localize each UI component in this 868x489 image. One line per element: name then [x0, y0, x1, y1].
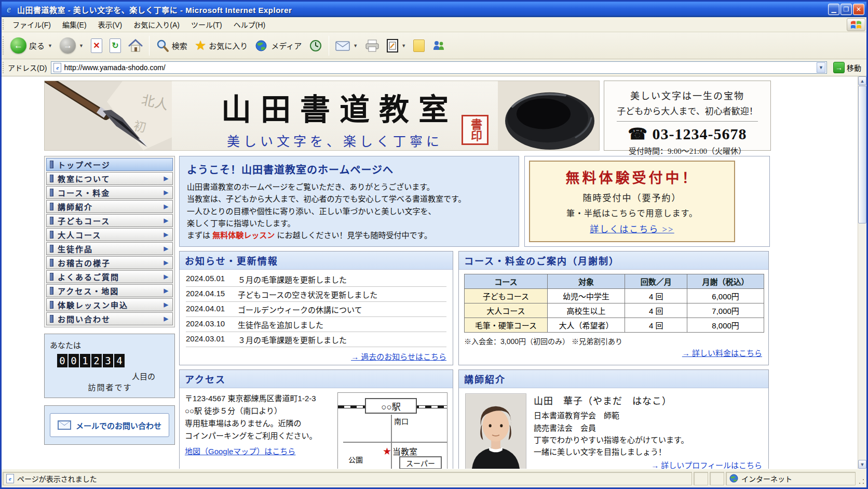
refresh-button[interactable]: ↻	[106, 37, 125, 55]
maximize-button[interactable]: ❐	[840, 4, 852, 15]
nav-arrow-icon: ▶	[164, 301, 169, 308]
sidebar-nav-item[interactable]: アクセス・地図 ▶	[46, 284, 173, 297]
home-button[interactable]	[125, 37, 146, 54]
site-banner: 北人 初 山田書道教室 美しい文字を、楽しく丁寧に 書印	[44, 81, 600, 151]
news-archive-link[interactable]: → 過去のお知らせはこちら	[351, 352, 446, 361]
promo-line1: 随時受付中（要予約）	[532, 191, 732, 204]
menu-view[interactable]: 表示(V)	[92, 17, 128, 32]
header-divider	[617, 121, 758, 122]
menu-favorites[interactable]: お気に入り(A)	[128, 17, 185, 32]
sidebar-nav-item[interactable]: お問い合わせ ▶	[46, 312, 173, 325]
welcome-line: 山田書道教室のホームページをご覧いただき、ありがとうございます。	[187, 181, 511, 193]
nav-item-label: トップページ	[58, 159, 164, 170]
sidebar-nav-item[interactable]: 子どもコース ▶	[46, 214, 173, 227]
scrollbar-thumb[interactable]	[858, 86, 866, 223]
back-dropdown-icon[interactable]: ▼	[48, 43, 52, 48]
envelope-icon	[58, 420, 71, 430]
scroll-down-icon[interactable]: ▼	[858, 460, 866, 469]
sidebar-nav-item[interactable]: トップページ ▶	[46, 158, 173, 171]
counter-digit: 1	[80, 354, 90, 367]
teacher-profile-link[interactable]: → 詳しいプロフィールはこちら	[651, 461, 762, 469]
sidebar-nav-item[interactable]: コース・料金 ▶	[46, 186, 173, 199]
nav-item-label: 子どもコース	[58, 215, 164, 226]
search-button[interactable]: 検索	[152, 37, 191, 54]
course-row: 子どもコース 幼児〜中学生 4 回 6,000円	[465, 289, 764, 303]
course-name: 子どもコース	[465, 289, 548, 303]
sidebar-nav-item[interactable]: よくあるご質問 ▶	[46, 270, 173, 283]
course-fee: 8,000円	[687, 318, 764, 333]
nav-bullet-icon	[50, 259, 53, 267]
address-grip[interactable]	[3, 62, 5, 73]
counter-prefix: あなたは	[50, 339, 170, 350]
sidebar-nav-item[interactable]: 大人コース ▶	[46, 228, 173, 241]
google-map-link[interactable]: 地図（Googleマップ）はこちら	[185, 445, 295, 458]
menu-file[interactable]: ファイル(F)	[7, 17, 57, 32]
sidebar-nav-item[interactable]: 生徒作品 ▶	[46, 242, 173, 255]
history-button[interactable]	[305, 37, 326, 54]
stop-icon: ✕	[91, 38, 102, 53]
print-button[interactable]	[361, 37, 383, 54]
menu-grip[interactable]	[3, 19, 5, 30]
forward-dropdown-icon[interactable]: ▼	[79, 43, 84, 48]
nav-bullet-icon	[50, 273, 53, 281]
counter-digit: 0	[69, 354, 79, 367]
discuss-button[interactable]	[410, 38, 428, 54]
col-course: コース	[465, 274, 548, 289]
mail-dropdown-icon[interactable]: ▼	[353, 43, 358, 48]
stop-button[interactable]: ✕	[87, 37, 106, 55]
mail-button-toolbar[interactable]: ▼	[332, 38, 361, 53]
map-south-exit-label: 南口	[394, 416, 409, 426]
status-panel-empty-2	[710, 472, 724, 485]
courses-title: コース・料金のご案内（月謝制）	[459, 252, 768, 270]
news-item: 2024.03.01 ３月の毛筆課題を更新しました	[186, 332, 446, 347]
promo-detail-link[interactable]: 詳しくはこちら >>	[590, 222, 674, 235]
promo-title: 無料体験受付中！	[532, 167, 732, 187]
edit-dropdown-icon[interactable]: ▼	[401, 43, 406, 48]
mail-contact-button[interactable]: メールでのお問い合わせ	[50, 413, 169, 437]
welcome-text: 山田書道教室のホームページをご覧いただき、ありがとうございます。当教室は、子ども…	[187, 181, 511, 229]
map-park-label: 公園	[348, 454, 363, 465]
edit-button[interactable]: ▼	[383, 37, 410, 54]
scrollbar-track[interactable]	[858, 224, 866, 460]
back-button[interactable]: ← 戻る ▼	[7, 36, 56, 55]
sidebar-nav-item[interactable]: 教室について ▶	[46, 172, 173, 185]
nav-bullet-icon	[50, 161, 53, 168]
go-button[interactable]: → 移動	[830, 61, 864, 74]
teacher-title: 講師紹介	[459, 370, 768, 388]
course-times: 4 回	[625, 303, 687, 318]
courses-box: コース・料金のご案内（月謝制） コース 対象 回数／月 月謝（税込）	[458, 251, 769, 365]
address-label: アドレス(D)	[8, 62, 47, 73]
address-dropdown-icon[interactable]: ▼	[817, 62, 825, 73]
course-name: 毛筆・硬筆コース	[465, 318, 548, 333]
forward-icon: →	[60, 37, 76, 54]
address-input[interactable]: e http://www.yamada-shodo.com/ ▼	[51, 61, 827, 74]
mail-contact-box: メールでのお問い合わせ	[44, 405, 175, 445]
sidebar-nav-item[interactable]: お稽古の様子 ▶	[46, 256, 173, 269]
scroll-up-icon[interactable]: ▲	[858, 76, 866, 85]
nav-arrow-icon: ▶	[164, 273, 169, 280]
course-row: 毛筆・硬筆コース 大人（希望者） 4 回 8,000円	[465, 318, 764, 333]
news-date: 2024.04.01	[186, 304, 238, 315]
toolbar-grip[interactable]	[3, 36, 5, 55]
menu-tools[interactable]: ツール(T)	[185, 17, 228, 32]
address-url[interactable]: http://www.yamada-shodo.com/	[64, 63, 817, 72]
teacher-profile-line: 一緒に美しい文字を目指しましょう！	[534, 446, 762, 458]
internet-zone-label: インターネット	[741, 473, 792, 484]
resize-grip[interactable]	[857, 472, 865, 485]
title-bar[interactable]: e 山田書道教室 - 美しい文字を、楽しく丁寧に - Microsoft Int…	[2, 2, 866, 17]
forward-button[interactable]: → ▼	[56, 36, 87, 55]
minimize-button[interactable]: ▁	[828, 4, 839, 15]
menu-help[interactable]: ヘルプ(H)	[228, 17, 271, 32]
messenger-button[interactable]	[428, 38, 449, 54]
window-title: 山田書道教室 - 美しい文字を、楽しく丁寧に - Microsoft Inter…	[17, 4, 828, 15]
sidebar-nav-item[interactable]: 体験レッスン申込 ▶	[46, 298, 173, 311]
favorites-button[interactable]: ★ お気に入り	[191, 37, 251, 54]
courses-detail-link[interactable]: → 詳しい料金はこちら	[682, 349, 762, 358]
media-button[interactable]: メディア	[251, 37, 305, 54]
header-catchcopy-2: 子どもから大人まで、初心者歓迎！	[604, 104, 770, 117]
close-button[interactable]: ✕	[853, 4, 864, 15]
sidebar-nav-item[interactable]: 講師紹介 ▶	[46, 200, 173, 213]
teacher-profile: 日本書道教育学会 師範読売書法会 会員丁寧でわかりやすい指導を心がけています。一…	[534, 409, 762, 458]
vertical-scrollbar[interactable]: ▲ ▼	[858, 76, 866, 469]
menu-edit[interactable]: 編集(E)	[57, 17, 92, 32]
